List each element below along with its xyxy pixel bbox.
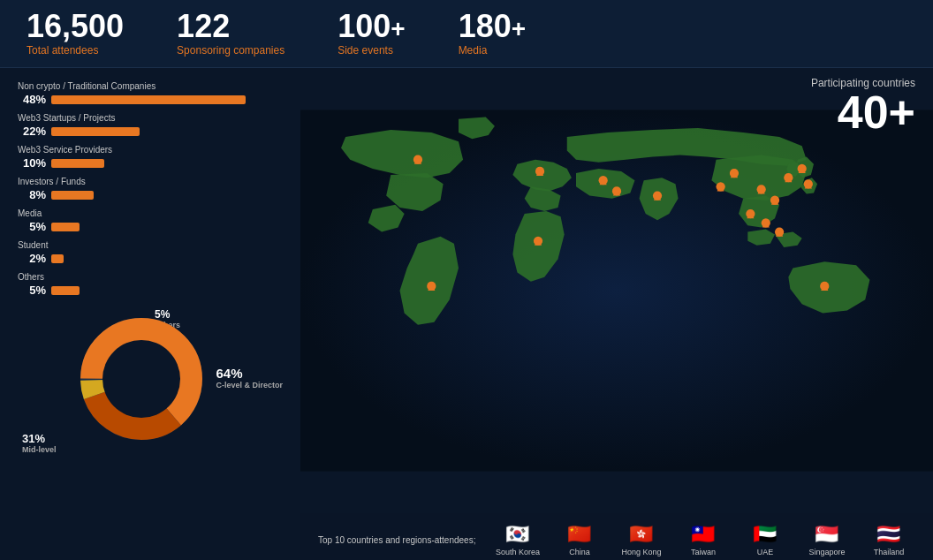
bar-investors: Investors / Funds 8% bbox=[18, 177, 283, 201]
stat-sponsors-label: Sponsoring companies bbox=[177, 44, 284, 57]
country-item-vietnam: 🇻🇳 Vietnam bbox=[922, 523, 933, 556]
stat-events-label: Side events bbox=[338, 44, 405, 57]
stat-events-number: 100+ bbox=[338, 11, 405, 42]
stat-sponsors-number: 122 bbox=[177, 11, 284, 42]
bar-web3startups: Web3 Startups / Projects 22% bbox=[18, 113, 283, 138]
bar-student: Student 2% bbox=[18, 240, 283, 265]
country-item-south-korea: 🇰🇷 South Korea bbox=[489, 523, 546, 556]
country-flag-thailand: 🇹🇭 bbox=[871, 523, 906, 546]
country-name-singapore: Singapore bbox=[808, 548, 845, 556]
participating-label: Participating countries 40+ bbox=[811, 77, 915, 135]
left-panel: Non crypto / Traditional Companies 48% W… bbox=[0, 68, 300, 560]
stat-media-number: 180+ bbox=[459, 11, 526, 42]
country-item-thailand: 🇹🇭 Thailand bbox=[860, 523, 917, 556]
participating-number: 40+ bbox=[811, 89, 915, 135]
bar-noncrypto: Non crypto / Traditional Companies 48% bbox=[18, 81, 283, 106]
country-item-taiwan: 🇹🇼 Taiwan bbox=[674, 523, 732, 556]
svg-point-4 bbox=[102, 340, 180, 418]
country-flag-hong-kong: 🇭🇰 bbox=[624, 523, 659, 546]
main-content: Non crypto / Traditional Companies 48% W… bbox=[0, 68, 933, 560]
bar-others: Others 5% bbox=[18, 272, 283, 297]
stats-bar: 16,500 Total attendees 122 Sponsoring co… bbox=[0, 0, 933, 68]
country-flag-south-korea: 🇰🇷 bbox=[500, 523, 535, 546]
stat-events: 100+ Side events bbox=[338, 11, 405, 57]
donut-chart-area: 5% Others 31% Mid-level bbox=[18, 304, 283, 454]
donut-clevel-label: 64% C-level & Director bbox=[216, 366, 283, 390]
countries-bar-title: Top 10 countries and regions-attendees; bbox=[318, 535, 475, 545]
bar-media: Media 5% bbox=[18, 208, 283, 233]
stat-media-label: Media bbox=[459, 44, 526, 57]
country-name-south-korea: South Korea bbox=[496, 548, 540, 556]
donut-svg bbox=[71, 308, 212, 450]
country-name-uae: UAE bbox=[757, 548, 774, 556]
country-flag-china: 🇨🇳 bbox=[562, 523, 597, 546]
countries-bar: Top 10 countries and regions-attendees; … bbox=[300, 513, 933, 560]
stat-attendees: 16,500 Total attendees bbox=[27, 11, 124, 57]
country-item-singapore: 🇸🇬 Singapore bbox=[798, 523, 855, 556]
country-item-hong-kong: 🇭🇰 Hong Kong bbox=[612, 523, 670, 556]
country-name-taiwan: Taiwan bbox=[691, 548, 716, 556]
country-name-hong-kong: Hong Kong bbox=[621, 548, 661, 556]
country-item-china: 🇨🇳 China bbox=[550, 523, 608, 556]
country-flag-singapore: 🇸🇬 bbox=[809, 523, 845, 546]
country-flag-uae: 🇦🇪 bbox=[747, 523, 783, 546]
stat-attendees-label: Total attendees bbox=[27, 44, 124, 57]
donut-midlevel-label: 31% Mid-level bbox=[22, 432, 57, 454]
stat-attendees-number: 16,500 bbox=[27, 11, 124, 42]
bar-web3service: Web3 Service Providers 10% bbox=[18, 145, 283, 170]
stat-sponsors: 122 Sponsoring companies bbox=[177, 11, 284, 57]
country-name-china: China bbox=[569, 548, 590, 556]
country-name-thailand: Thailand bbox=[874, 548, 905, 556]
country-item-uae: 🇦🇪 UAE bbox=[736, 523, 793, 556]
map-area: Participating countries 40+ bbox=[300, 68, 933, 560]
stat-media: 180+ Media bbox=[459, 11, 526, 57]
country-flag-taiwan: 🇹🇼 bbox=[686, 523, 721, 546]
